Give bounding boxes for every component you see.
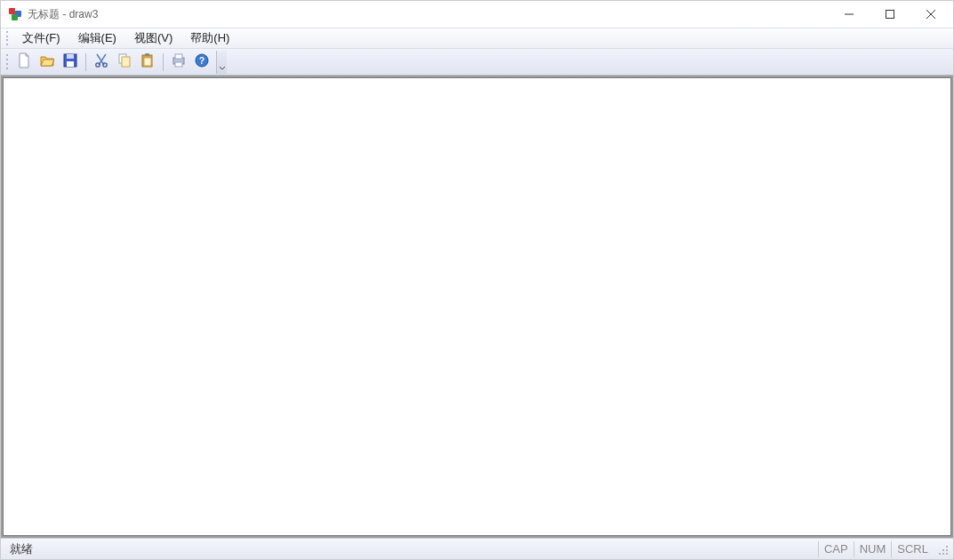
new-button[interactable] — [13, 52, 35, 73]
menu-edit[interactable]: 编辑(E) — [69, 28, 125, 48]
toolbar-overflow-button[interactable] — [216, 51, 227, 74]
status-scrl: SCRL — [891, 541, 934, 557]
maximize-button[interactable] — [870, 1, 910, 28]
svg-rect-12 — [145, 53, 149, 56]
menubar-grip-icon[interactable] — [4, 30, 10, 46]
menu-view[interactable]: 视图(V) — [125, 28, 181, 48]
svg-rect-3 — [886, 11, 894, 19]
status-ready: 就绪 — [4, 541, 38, 557]
save-disk-icon — [62, 52, 78, 71]
statusbar: 就绪 CAP NUM SCRL — [1, 538, 953, 559]
app-icon — [8, 7, 22, 21]
cut-scissors-icon — [93, 52, 109, 71]
svg-rect-6 — [67, 61, 74, 67]
window-controls — [829, 1, 951, 28]
about-button[interactable]: ? — [191, 52, 212, 73]
svg-rect-10 — [122, 57, 130, 67]
print-icon — [171, 52, 187, 71]
canvas-area — [1, 76, 953, 538]
menu-help[interactable]: 帮助(H) — [181, 28, 238, 48]
svg-rect-13 — [144, 58, 151, 66]
copy-icon — [116, 52, 132, 71]
copy-button[interactable] — [114, 52, 135, 73]
window-title: 无标题 - draw3 — [28, 7, 98, 22]
paste-button[interactable] — [137, 52, 158, 73]
paste-icon — [140, 52, 156, 71]
menu-file[interactable]: 文件(F) — [13, 28, 69, 48]
svg-rect-0 — [9, 8, 15, 14]
svg-rect-2 — [12, 14, 18, 20]
status-num: NUM — [854, 541, 892, 557]
toolbar: ? — [1, 49, 953, 76]
close-button[interactable] — [910, 1, 951, 28]
help-about-icon: ? — [194, 52, 210, 71]
cut-button[interactable] — [91, 52, 112, 73]
open-button[interactable] — [36, 52, 58, 73]
toolbar-separator — [163, 53, 164, 71]
print-button[interactable] — [168, 52, 189, 73]
drawing-canvas[interactable] — [3, 77, 951, 536]
status-cap: CAP — [818, 541, 854, 557]
svg-rect-16 — [175, 62, 182, 67]
open-folder-icon — [39, 52, 55, 71]
resize-grip-icon[interactable] — [935, 542, 950, 556]
toolbar-separator — [85, 53, 86, 71]
menubar: 文件(F) 编辑(E) 视图(V) 帮助(H) — [1, 28, 953, 49]
minimize-button[interactable] — [829, 1, 870, 28]
save-button[interactable] — [60, 52, 81, 73]
titlebar: 无标题 - draw3 — [1, 1, 953, 28]
toolbar-grip-icon[interactable] — [4, 53, 10, 71]
svg-rect-5 — [67, 54, 74, 59]
svg-rect-15 — [175, 54, 182, 59]
new-file-icon — [16, 52, 32, 71]
svg-text:?: ? — [199, 56, 204, 66]
